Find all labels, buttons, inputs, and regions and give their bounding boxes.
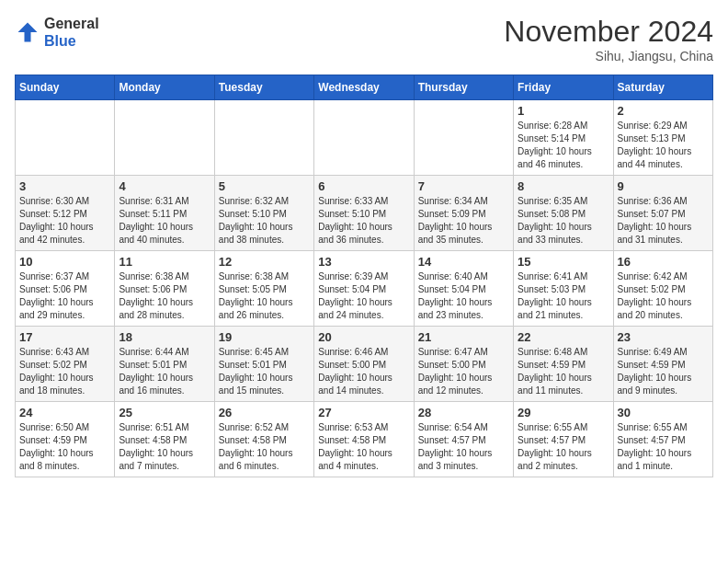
empty-cell (314, 100, 414, 176)
day-number: 29 (518, 406, 609, 419)
day-number: 2 (618, 104, 709, 118)
day-cell-19: 19Sunrise: 6:45 AM Sunset: 5:01 PM Dayli… (214, 327, 313, 402)
weekday-header-sunday: Sunday (16, 75, 115, 100)
svg-marker-0 (18, 23, 38, 42)
weekday-header-saturday: Saturday (613, 75, 712, 100)
weekday-header-friday: Friday (514, 75, 613, 100)
day-cell-25: 25Sunrise: 6:51 AM Sunset: 4:58 PM Dayli… (115, 402, 214, 477)
day-number: 17 (19, 330, 110, 344)
day-cell-24: 24Sunrise: 6:50 AM Sunset: 4:59 PM Dayli… (16, 402, 115, 477)
day-info: Sunrise: 6:55 AM Sunset: 4:57 PM Dayligh… (518, 421, 609, 473)
week-row-5: 24Sunrise: 6:50 AM Sunset: 4:59 PM Dayli… (16, 402, 713, 477)
day-info: Sunrise: 6:50 AM Sunset: 4:59 PM Dayligh… (19, 421, 110, 473)
day-cell-29: 29Sunrise: 6:55 AM Sunset: 4:57 PM Dayli… (514, 402, 613, 477)
day-number: 28 (418, 406, 509, 419)
day-info: Sunrise: 6:36 AM Sunset: 5:07 PM Dayligh… (618, 195, 709, 247)
day-cell-28: 28Sunrise: 6:54 AM Sunset: 4:57 PM Dayli… (414, 402, 513, 477)
day-info: Sunrise: 6:28 AM Sunset: 5:14 PM Dayligh… (518, 120, 609, 171)
week-row-2: 3Sunrise: 6:30 AM Sunset: 5:12 PM Daylig… (16, 176, 713, 251)
week-row-1: 1Sunrise: 6:28 AM Sunset: 5:14 PM Daylig… (16, 100, 713, 176)
day-info: Sunrise: 6:45 AM Sunset: 5:01 PM Dayligh… (219, 346, 310, 397)
logo: General Blue (15, 15, 99, 50)
month-title: November 2024 (504, 15, 713, 49)
empty-cell (115, 100, 214, 176)
day-info: Sunrise: 6:55 AM Sunset: 4:57 PM Dayligh… (618, 421, 709, 473)
day-number: 19 (219, 330, 310, 344)
day-cell-20: 20Sunrise: 6:46 AM Sunset: 5:00 PM Dayli… (314, 327, 414, 402)
logo-blue: Blue (44, 32, 99, 50)
logo-general: General (44, 15, 99, 32)
day-info: Sunrise: 6:51 AM Sunset: 4:58 PM Dayligh… (119, 421, 210, 473)
empty-cell (214, 100, 313, 176)
day-cell-11: 11Sunrise: 6:38 AM Sunset: 5:06 PM Dayli… (115, 251, 214, 327)
empty-cell (16, 100, 115, 176)
logo-icon (15, 19, 40, 45)
day-cell-18: 18Sunrise: 6:44 AM Sunset: 5:01 PM Dayli… (115, 327, 214, 402)
day-cell-7: 7Sunrise: 6:34 AM Sunset: 5:09 PM Daylig… (414, 176, 513, 251)
day-number: 9 (618, 179, 709, 193)
day-info: Sunrise: 6:52 AM Sunset: 4:58 PM Dayligh… (219, 421, 310, 473)
day-number: 14 (418, 255, 509, 269)
day-number: 24 (19, 406, 110, 419)
title-block: November 2024 Sihu, Jiangsu, China (504, 15, 713, 63)
day-info: Sunrise: 6:42 AM Sunset: 5:02 PM Dayligh… (618, 270, 709, 322)
day-cell-3: 3Sunrise: 6:30 AM Sunset: 5:12 PM Daylig… (16, 176, 115, 251)
day-cell-5: 5Sunrise: 6:32 AM Sunset: 5:10 PM Daylig… (214, 176, 313, 251)
day-cell-22: 22Sunrise: 6:48 AM Sunset: 4:59 PM Dayli… (514, 327, 613, 402)
day-info: Sunrise: 6:40 AM Sunset: 5:04 PM Dayligh… (418, 270, 509, 322)
day-number: 4 (119, 179, 210, 193)
weekday-header-wednesday: Wednesday (314, 75, 414, 100)
day-info: Sunrise: 6:37 AM Sunset: 5:06 PM Dayligh… (19, 270, 110, 322)
day-number: 11 (119, 255, 210, 269)
day-cell-23: 23Sunrise: 6:49 AM Sunset: 4:59 PM Dayli… (613, 327, 712, 402)
day-number: 18 (119, 330, 210, 344)
day-cell-26: 26Sunrise: 6:52 AM Sunset: 4:58 PM Dayli… (214, 402, 313, 477)
day-number: 3 (19, 179, 110, 193)
day-info: Sunrise: 6:54 AM Sunset: 4:57 PM Dayligh… (418, 421, 509, 473)
day-info: Sunrise: 6:32 AM Sunset: 5:10 PM Dayligh… (219, 195, 310, 247)
day-number: 13 (318, 255, 409, 269)
day-cell-4: 4Sunrise: 6:31 AM Sunset: 5:11 PM Daylig… (115, 176, 214, 251)
day-number: 10 (19, 255, 110, 269)
page-header: General Blue November 2024 Sihu, Jiangsu… (15, 15, 713, 63)
day-info: Sunrise: 6:53 AM Sunset: 4:58 PM Dayligh… (318, 421, 409, 473)
day-cell-27: 27Sunrise: 6:53 AM Sunset: 4:58 PM Dayli… (314, 402, 414, 477)
day-info: Sunrise: 6:29 AM Sunset: 5:13 PM Dayligh… (618, 120, 709, 171)
location: Sihu, Jiangsu, China (504, 49, 713, 63)
day-info: Sunrise: 6:35 AM Sunset: 5:08 PM Dayligh… (518, 195, 609, 247)
day-info: Sunrise: 6:38 AM Sunset: 5:05 PM Dayligh… (219, 270, 310, 322)
day-info: Sunrise: 6:49 AM Sunset: 4:59 PM Dayligh… (618, 346, 709, 397)
day-info: Sunrise: 6:46 AM Sunset: 5:00 PM Dayligh… (318, 346, 409, 397)
day-number: 16 (618, 255, 709, 269)
day-info: Sunrise: 6:48 AM Sunset: 4:59 PM Dayligh… (518, 346, 609, 397)
day-cell-15: 15Sunrise: 6:41 AM Sunset: 5:03 PM Dayli… (514, 251, 613, 327)
day-cell-12: 12Sunrise: 6:38 AM Sunset: 5:05 PM Dayli… (214, 251, 313, 327)
day-info: Sunrise: 6:44 AM Sunset: 5:01 PM Dayligh… (119, 346, 210, 397)
empty-cell (414, 100, 513, 176)
day-info: Sunrise: 6:33 AM Sunset: 5:10 PM Dayligh… (318, 195, 409, 247)
day-cell-1: 1Sunrise: 6:28 AM Sunset: 5:14 PM Daylig… (514, 100, 613, 176)
calendar-table: SundayMondayTuesdayWednesdayThursdayFrid… (15, 75, 713, 477)
day-number: 27 (318, 406, 409, 419)
day-number: 30 (618, 406, 709, 419)
day-info: Sunrise: 6:39 AM Sunset: 5:04 PM Dayligh… (318, 270, 409, 322)
day-cell-10: 10Sunrise: 6:37 AM Sunset: 5:06 PM Dayli… (16, 251, 115, 327)
day-cell-17: 17Sunrise: 6:43 AM Sunset: 5:02 PM Dayli… (16, 327, 115, 402)
day-cell-21: 21Sunrise: 6:47 AM Sunset: 5:00 PM Dayli… (414, 327, 513, 402)
day-info: Sunrise: 6:41 AM Sunset: 5:03 PM Dayligh… (518, 270, 609, 322)
day-info: Sunrise: 6:38 AM Sunset: 5:06 PM Dayligh… (119, 270, 210, 322)
day-info: Sunrise: 6:30 AM Sunset: 5:12 PM Dayligh… (19, 195, 110, 247)
weekday-header-row: SundayMondayTuesdayWednesdayThursdayFrid… (16, 75, 713, 100)
day-cell-6: 6Sunrise: 6:33 AM Sunset: 5:10 PM Daylig… (314, 176, 414, 251)
day-cell-30: 30Sunrise: 6:55 AM Sunset: 4:57 PM Dayli… (613, 402, 712, 477)
day-cell-14: 14Sunrise: 6:40 AM Sunset: 5:04 PM Dayli… (414, 251, 513, 327)
day-cell-2: 2Sunrise: 6:29 AM Sunset: 5:13 PM Daylig… (613, 100, 712, 176)
day-number: 12 (219, 255, 310, 269)
day-number: 22 (518, 330, 609, 344)
weekday-header-thursday: Thursday (414, 75, 513, 100)
day-number: 5 (219, 179, 310, 193)
day-cell-16: 16Sunrise: 6:42 AM Sunset: 5:02 PM Dayli… (613, 251, 712, 327)
week-row-3: 10Sunrise: 6:37 AM Sunset: 5:06 PM Dayli… (16, 251, 713, 327)
day-number: 6 (318, 179, 409, 193)
day-number: 25 (119, 406, 210, 419)
